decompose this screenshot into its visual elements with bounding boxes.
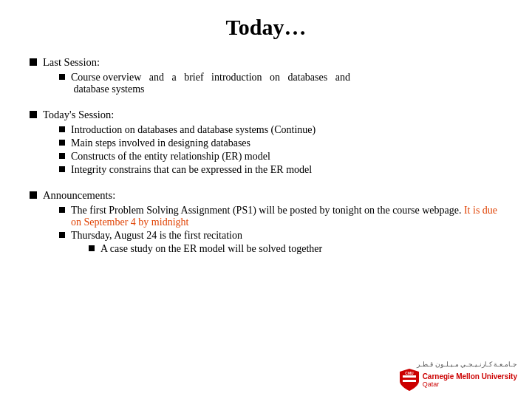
list-item: Integrity constrains that can be express… <box>59 164 502 176</box>
logo-qatar-text: Qatar <box>423 381 517 388</box>
logo-area: جـامـعـة كـارنـيـجـي مـيـلـون قـطـر CMU … <box>399 361 517 392</box>
section-todays-session-header: Today's Session: <box>30 109 502 121</box>
list-item: Course overview and a brief introduction… <box>59 72 502 95</box>
bullet-icon <box>59 126 65 132</box>
announcement-item-1: The first Problem Solving Assignment (PS… <box>71 205 502 228</box>
cmu-shield-icon: CMU <box>399 368 420 392</box>
section-announcements-header: Announcements: <box>30 189 502 202</box>
last-session-sub-items: Course overview and a brief introduction… <box>59 72 502 95</box>
svg-rect-1 <box>403 380 416 382</box>
bullet-icon <box>30 191 37 199</box>
logo-text-block: Carnegie Mellon University Qatar <box>423 372 517 388</box>
announcement-item-2: Thursday, August 24 is the first recitat… <box>71 230 242 242</box>
section-announcements: Announcements: The first Problem Solving… <box>30 189 502 255</box>
section-announcements-label: Announcements: <box>43 189 115 202</box>
logo-arabic-text: جـامـعـة كـارنـيـجـي مـيـلـون قـطـر <box>399 361 517 368</box>
bullet-icon <box>59 232 65 238</box>
bullet-icon <box>89 245 95 251</box>
list-item: Constructs of the entity relationship (E… <box>59 151 502 163</box>
svg-rect-0 <box>403 375 416 378</box>
todays-item-3: Constructs of the entity relationship (E… <box>71 151 270 163</box>
last-session-item-text: Course overview and a brief introduction… <box>71 72 350 95</box>
bullet-icon <box>59 140 65 146</box>
list-item: Main steps involved in designing databas… <box>59 137 502 149</box>
bullet-icon <box>30 111 37 118</box>
announcement-sub-sub-items: A case study on the ER model will be sol… <box>89 243 502 255</box>
todays-item-4: Integrity constrains that can be express… <box>71 164 312 176</box>
todays-item-1: Introduction on databases and database s… <box>71 124 316 136</box>
logo-image: CMU Carnegie Mellon University Qatar <box>399 368 517 392</box>
announcement-sub-item-1: A case study on the ER model will be sol… <box>100 243 322 255</box>
announcement-text-before: The first Problem Solving Assignment (PS… <box>71 205 464 216</box>
todays-session-sub-items: Introduction on databases and database s… <box>59 124 502 176</box>
list-item: Thursday, August 24 is the first recitat… <box>59 230 502 242</box>
section-last-session: Last Session: Course overview and a brie… <box>30 56 502 95</box>
list-item: Introduction on databases and database s… <box>59 124 502 136</box>
logo-cmu-text: Carnegie Mellon University <box>423 372 517 381</box>
list-item: The first Problem Solving Assignment (PS… <box>59 205 502 228</box>
bullet-icon <box>59 153 65 159</box>
svg-text:CMU: CMU <box>405 371 414 375</box>
todays-item-2: Main steps involved in designing databas… <box>71 137 250 149</box>
section-todays-session-label: Today's Session: <box>43 109 114 121</box>
section-last-session-header: Last Session: <box>30 56 502 69</box>
section-last-session-label: Last Session: <box>43 56 100 69</box>
announcements-sub-items: The first Problem Solving Assignment (PS… <box>59 205 502 255</box>
bullet-icon <box>59 166 65 172</box>
slide: Today… Last Session: Course overview and… <box>0 0 532 399</box>
section-todays-session: Today's Session: Introduction on databas… <box>30 109 502 176</box>
slide-title: Today… <box>30 15 502 40</box>
list-item: A case study on the ER model will be sol… <box>89 243 502 255</box>
bullet-icon <box>59 74 65 80</box>
bullet-icon <box>59 207 65 213</box>
bullet-icon <box>30 58 37 66</box>
